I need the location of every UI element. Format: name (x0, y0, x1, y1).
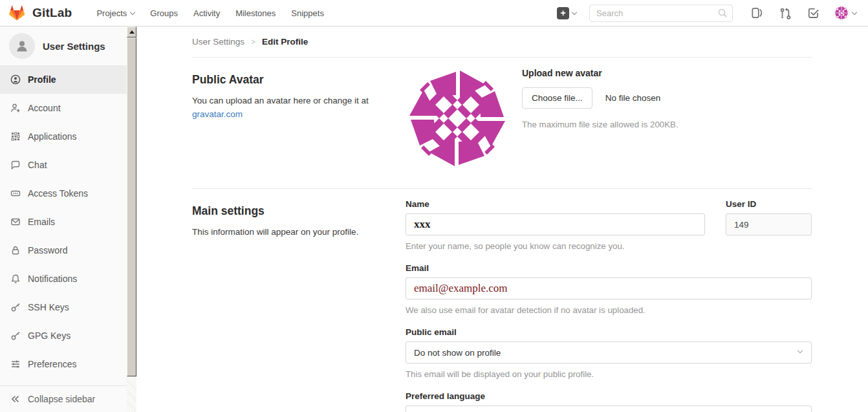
chevron-down-icon (130, 9, 135, 14)
user-settings-avatar (9, 33, 35, 59)
main-settings-title: Main settings (192, 204, 386, 218)
sidebar-item-account[interactable]: Account (0, 94, 127, 122)
key-icon (10, 302, 21, 312)
merge-request-icon (779, 6, 792, 19)
sidebar-scrollbar[interactable] (127, 27, 136, 412)
sidebar-title: User Settings (43, 41, 105, 52)
profile-avatar-image (406, 67, 509, 170)
sidebar-item-profile[interactable]: Profile (0, 65, 127, 94)
nav-snippets[interactable]: Snippets (283, 0, 332, 27)
gitlab-home-link[interactable]: GitLab (8, 4, 72, 22)
sidebar-item-preferences[interactable]: Preferences (0, 350, 127, 378)
gravatar-link[interactable]: gravatar.com (192, 109, 243, 119)
search-input[interactable] (589, 5, 733, 22)
search-icon (717, 8, 728, 18)
user-menu-button[interactable] (834, 5, 856, 21)
todos-icon (807, 6, 820, 19)
public-email-label: Public email (406, 327, 812, 337)
nav-milestones[interactable]: Milestones (228, 0, 283, 27)
merge-requests-button[interactable] (774, 3, 796, 23)
settings-sidebar: User Settings Profile Account (0, 27, 136, 412)
todos-button[interactable] (803, 3, 825, 23)
collapse-left-icon (10, 394, 21, 404)
main-settings-description: This information will appear on your pro… (192, 226, 386, 239)
public-avatar-section: Public Avatar You can upload an avatar h… (192, 58, 812, 188)
user-circle-icon (10, 74, 21, 85)
breadcrumb: User Settings > Edit Profile (192, 27, 812, 58)
sidebar-item-chat[interactable]: Chat (0, 151, 127, 179)
grid-icon (10, 131, 21, 142)
person-icon (14, 38, 30, 54)
nav-projects[interactable]: Projects (89, 0, 142, 27)
breadcrumb-user-settings[interactable]: User Settings (192, 37, 244, 47)
primary-nav: Projects Groups Activity Milestones Snip… (89, 0, 332, 27)
breadcrumb-separator: > (251, 38, 255, 47)
sidebar-item-applications[interactable]: Applications (0, 122, 127, 151)
nav-activity[interactable]: Activity (186, 0, 228, 27)
user-id-input (726, 213, 812, 235)
preferred-language-label: Preferred language (406, 391, 812, 401)
user-id-label: User ID (726, 199, 812, 209)
token-pill-icon (10, 188, 21, 199)
gitlab-tanuki-icon (8, 4, 26, 22)
top-navbar: GitLab Projects Groups Activity Mileston… (0, 0, 868, 27)
choose-file-button[interactable]: Choose file... (522, 87, 592, 109)
plus-icon: + (557, 7, 569, 19)
bell-icon (10, 274, 21, 284)
name-label: Name (406, 199, 705, 209)
main-settings-section: Main settings This information will appe… (192, 188, 812, 412)
nav-groups[interactable]: Groups (142, 0, 186, 27)
issues-button[interactable] (746, 3, 768, 23)
sidebar-header: User Settings (0, 27, 127, 65)
scroll-up-button[interactable] (127, 27, 136, 38)
user-avatar (834, 5, 849, 21)
sidebar-item-gpg-keys[interactable]: GPG Keys (0, 321, 127, 350)
email-input[interactable] (406, 277, 812, 299)
sidebar-item-access-tokens[interactable]: Access Tokens (0, 179, 127, 208)
speech-bubble-icon (10, 160, 21, 170)
sidebar-item-emails[interactable]: Emails (0, 208, 127, 236)
user-gear-icon (10, 103, 21, 113)
brand-name: GitLab (32, 6, 72, 20)
sidebar-item-ssh-keys[interactable]: SSH Keys (0, 293, 127, 321)
new-menu-button[interactable]: + (557, 7, 576, 19)
chevron-down-icon (572, 9, 577, 14)
breadcrumb-current: Edit Profile (262, 37, 308, 47)
max-file-size-hint: The maximum file size allowed is 200KB. (522, 120, 678, 129)
preferred-language-select[interactable] (406, 406, 812, 412)
email-label: Email (406, 263, 812, 273)
sliders-icon (10, 359, 21, 369)
key-icon (10, 331, 21, 341)
issues-icon (750, 6, 763, 19)
chevron-down-icon (852, 9, 857, 14)
email-help: We also use email for avatar detection i… (406, 305, 812, 315)
public-email-select[interactable]: Do not show on profile (406, 342, 812, 363)
scrollbar-thumb[interactable] (127, 38, 136, 376)
upload-new-avatar-label: Upload new avatar (522, 68, 678, 78)
public-avatar-title: Public Avatar (192, 73, 386, 87)
lock-icon (10, 245, 21, 255)
sidebar-item-notifications[interactable]: Notifications (0, 265, 127, 293)
name-help: Enter your name, so people you know can … (406, 241, 705, 251)
name-input[interactable] (406, 213, 705, 235)
sidebar-item-password[interactable]: Password (0, 236, 127, 265)
chevron-down-icon (797, 348, 803, 353)
file-chosen-status: No file chosen (605, 93, 661, 103)
public-email-help: This email will be displayed on your pub… (406, 369, 812, 379)
main-content: User Settings > Edit Profile Public Avat… (136, 27, 868, 412)
collapse-sidebar-button[interactable]: Collapse sidebar (0, 385, 127, 412)
envelope-icon (10, 217, 21, 227)
avatar-description: You can upload an avatar here or change … (192, 96, 369, 105)
